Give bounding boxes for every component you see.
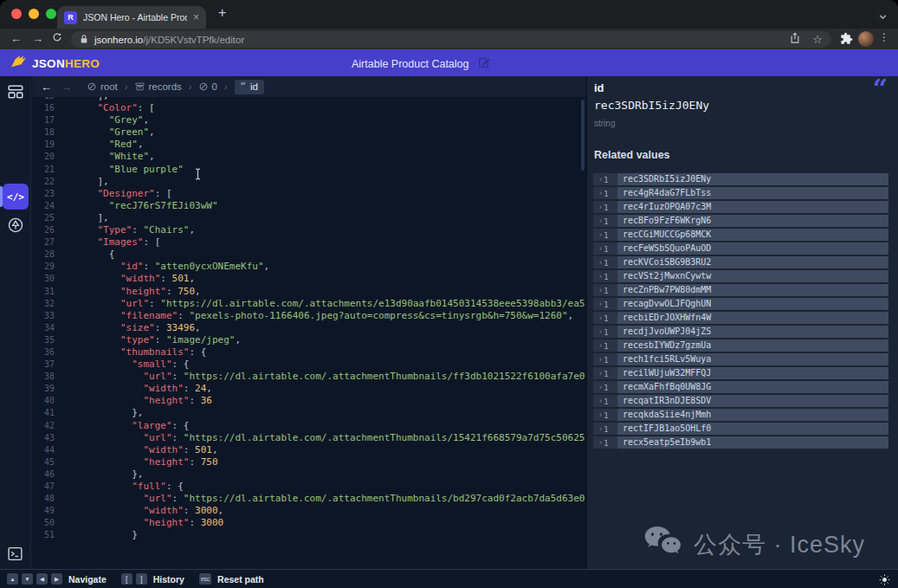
tree-view-icon[interactable] xyxy=(7,216,24,237)
related-value-row[interactable]: ›1recilWUjuW32MFFQJ xyxy=(593,367,888,379)
related-value-row[interactable]: ›1recKVCoiSBG9B3RU2 xyxy=(593,256,888,268)
related-value-row[interactable]: ›1recesbIYWDz7gzmUa xyxy=(593,339,888,352)
code-line[interactable]: 31 "height": 750, xyxy=(32,286,586,298)
code-line[interactable]: 19 "Red", xyxy=(32,139,586,151)
breadcrumb-item-records[interactable]: records xyxy=(135,81,182,92)
tab-close-icon[interactable]: × xyxy=(193,11,199,23)
column-view-icon[interactable] xyxy=(7,83,24,104)
code-line[interactable]: 27 "Images": [ xyxy=(32,236,586,249)
code-line[interactable]: 46 }, xyxy=(32,468,586,481)
related-value-chip: recbiEDrJOXHWfn4W xyxy=(617,312,888,324)
code-line[interactable]: 47 "full": { xyxy=(32,481,586,493)
browser-tab[interactable]: R JSON Hero - Airtable Product C × xyxy=(57,6,206,29)
breadcrumb-item-0[interactable]: 0 xyxy=(199,81,217,92)
related-value-row[interactable]: ›1recqatIR3nDJE8SDV xyxy=(593,395,888,407)
code-line[interactable]: 48 "url": "https://dl.airtable.com/.atta… xyxy=(32,493,586,505)
code-line[interactable]: 18 "Green", xyxy=(32,126,586,139)
url-text: jsonhero.io/j/KD5KVstvTPfk/editor xyxy=(94,35,244,45)
forward-button[interactable]: → xyxy=(32,31,43,47)
related-value-row[interactable]: ›1recVSt2jMwxnCywtw xyxy=(593,270,888,282)
code-line[interactable]: 22 ], xyxy=(32,176,586,188)
line-number: 22 xyxy=(32,176,55,188)
profile-avatar[interactable] xyxy=(858,31,874,47)
code-token: 24 xyxy=(195,383,206,394)
code-line[interactable]: 44 "width": 501, xyxy=(32,444,586,456)
code-line[interactable]: 51 } xyxy=(32,529,586,541)
related-value-row[interactable]: ›1recBFo9FzF6WKrgN6 xyxy=(593,215,888,227)
minimize-window-button[interactable] xyxy=(29,9,39,19)
terminal-icon[interactable] xyxy=(7,546,23,565)
related-value-row[interactable]: ›1recFeWSbSQuoPAuOD xyxy=(593,242,888,255)
browser-menu-icon[interactable]: ⋮ xyxy=(879,31,889,43)
code-line[interactable]: 21 "Blue purple" xyxy=(32,164,586,176)
bookmark-star-icon[interactable]: ☆ xyxy=(812,34,823,45)
code-line[interactable]: 28 { xyxy=(32,249,586,261)
related-value-row[interactable]: ›1recdjJvoUWPJ04jZS xyxy=(593,326,888,338)
code-text: "width": 501, xyxy=(74,273,195,285)
code-line[interactable]: 42 "large": { xyxy=(32,420,586,432)
code-text: "Images": [ xyxy=(74,236,160,249)
code-line[interactable]: 43 "url": "https://dl.airtable.com/.atta… xyxy=(32,432,586,444)
code-line[interactable]: 45 "height": 750 xyxy=(32,456,586,468)
code-line[interactable]: 38 "url": "https://dl.airtable.com/.atta… xyxy=(32,371,586,383)
code-line[interactable]: 35 "type": "image/jpeg", xyxy=(32,334,586,346)
code-line[interactable]: 30 "width": 501, xyxy=(32,273,586,285)
code-line[interactable]: 23 "Designer": [ xyxy=(32,188,586,200)
line-number: 18 xyxy=(32,126,55,139)
code-line[interactable]: 41 }, xyxy=(32,407,586,419)
code-line[interactable]: 32 "url": "https://dl.airtable.com/.atta… xyxy=(32,298,586,310)
code-token: , xyxy=(138,139,144,150)
path-forward-button[interactable]: → xyxy=(61,81,72,94)
code-line[interactable]: 33 "filename": "pexels-photo-1166406.jpe… xyxy=(32,310,586,322)
path-back-button[interactable]: ← xyxy=(41,81,52,94)
related-value-row[interactable]: ›1recbiEDrJOXHWfn4W xyxy=(593,312,888,324)
breadcrumb-item-id[interactable]: “id xyxy=(235,80,264,94)
breadcrumb-item-root[interactable]: root xyxy=(87,81,118,92)
code-line[interactable]: 25 ], xyxy=(32,212,586,224)
line-number: 44 xyxy=(32,444,55,456)
related-value-row[interactable]: ›1recCGiMUCCGp68MCK xyxy=(593,229,888,241)
code-line[interactable]: 39 "width": 24, xyxy=(32,383,586,395)
address-bar[interactable]: jsonhero.io/j/KD5KVstvTPfk/editor ☆ xyxy=(71,31,831,48)
edit-title-icon[interactable] xyxy=(478,56,490,71)
close-window-button[interactable] xyxy=(11,9,22,19)
new-tab-button[interactable]: + xyxy=(218,5,226,21)
breadcrumb-separator-icon: › xyxy=(189,81,192,92)
code-line[interactable]: 24 "recJ76rS7fEJi03wW" xyxy=(32,200,586,212)
back-button[interactable]: ← xyxy=(10,31,22,47)
editor-scrollbar[interactable] xyxy=(581,100,585,171)
share-page-icon[interactable] xyxy=(790,32,800,48)
code-line[interactable]: 17 "Grey", xyxy=(32,114,586,126)
json-editor[interactable]: 15 ],16 "Color": [17 "Grey",18 "Green",1… xyxy=(32,97,586,569)
code-line[interactable]: 49 "width": 3000, xyxy=(32,505,586,517)
code-token xyxy=(74,236,98,248)
related-value-row[interactable]: ›1rec4rIuzOPQA07c3M xyxy=(593,201,888,213)
related-value-chip: rech1fci5RLv5Wuya xyxy=(617,353,888,365)
reload-button[interactable] xyxy=(52,31,62,47)
code-line[interactable]: 16 "Color": [ xyxy=(32,102,586,114)
code-line[interactable]: 40 "height": 36 xyxy=(32,395,586,407)
code-line[interactable]: 26 "Type": "Chairs", xyxy=(32,224,586,236)
zoom-window-button[interactable] xyxy=(46,9,56,19)
related-value-row[interactable]: ›1recagDvwOLJFQghUN xyxy=(593,298,888,310)
theme-toggle-sun-icon[interactable] xyxy=(879,573,890,588)
code-line[interactable]: 50 "height": 3000 xyxy=(32,517,586,529)
related-value-row[interactable]: ›1recqkdaSiie4njMmh xyxy=(593,409,888,421)
related-value-row[interactable]: ›1recZnPBw7PW80dmMM xyxy=(593,284,888,296)
related-value-row[interactable]: ›1rech1fci5RLv5Wuya xyxy=(593,353,888,365)
code-line[interactable]: 29 "id": "atten0ycxONEmeKfu", xyxy=(32,261,586,273)
object-icon xyxy=(199,82,208,91)
related-value-row[interactable]: ›1recmXaFhfBq0UW8JG xyxy=(593,381,888,393)
tab-search-chevron-icon[interactable] xyxy=(878,10,888,25)
jsonhero-logo[interactable]: JSONHERO xyxy=(10,55,100,72)
editor-view-button[interactable]: </> xyxy=(3,184,29,210)
code-line[interactable]: 37 "small": { xyxy=(32,359,586,371)
related-value-row[interactable]: ›1recx5eatp5eIb9wb1 xyxy=(593,436,888,449)
code-line[interactable]: 36 "thumbnails": { xyxy=(32,346,586,359)
extensions-puzzle-icon[interactable] xyxy=(840,32,853,48)
code-line[interactable]: 20 "White", xyxy=(32,151,586,163)
related-value-row[interactable]: ›1rectIFJB1ao5OHLf0 xyxy=(593,423,888,435)
related-value-row[interactable]: ›1rec3SDRbI5izJ0ENy xyxy=(593,173,888,185)
related-value-row[interactable]: ›1rec4gR4daG7FLbTss xyxy=(593,187,888,199)
code-line[interactable]: 34 "size": 33496, xyxy=(32,322,586,334)
